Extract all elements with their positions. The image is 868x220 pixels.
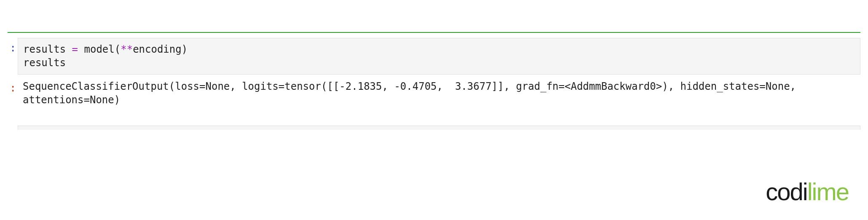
code-token: model xyxy=(84,43,115,55)
code-input[interactable]: results = model(**encoding) results xyxy=(18,38,860,75)
logo-text-green: lime xyxy=(807,177,849,206)
input-prompt: : xyxy=(8,38,18,54)
output-text: SequenceClassifierOutput(loss=None, logi… xyxy=(18,78,860,109)
brand-logo: codilime xyxy=(766,177,849,206)
code-token: results xyxy=(23,57,66,69)
output-cell-row: : SequenceClassifierOutput(loss=None, lo… xyxy=(8,78,860,109)
cell-divider xyxy=(8,32,860,33)
code-token: encoding xyxy=(133,43,182,55)
next-cell-sliver[interactable] xyxy=(18,126,860,130)
notebook-cells: : results = model(**encoding) results : … xyxy=(8,38,860,130)
code-token: = xyxy=(66,43,84,55)
output-prompt: : xyxy=(8,78,18,94)
code-token: ( xyxy=(115,43,121,55)
code-token: ) xyxy=(182,43,188,55)
code-token: results xyxy=(23,43,66,55)
input-cell-row: : results = model(**encoding) results xyxy=(8,38,860,75)
code-token: ** xyxy=(121,43,133,55)
logo-text-dark: codi xyxy=(766,177,807,206)
